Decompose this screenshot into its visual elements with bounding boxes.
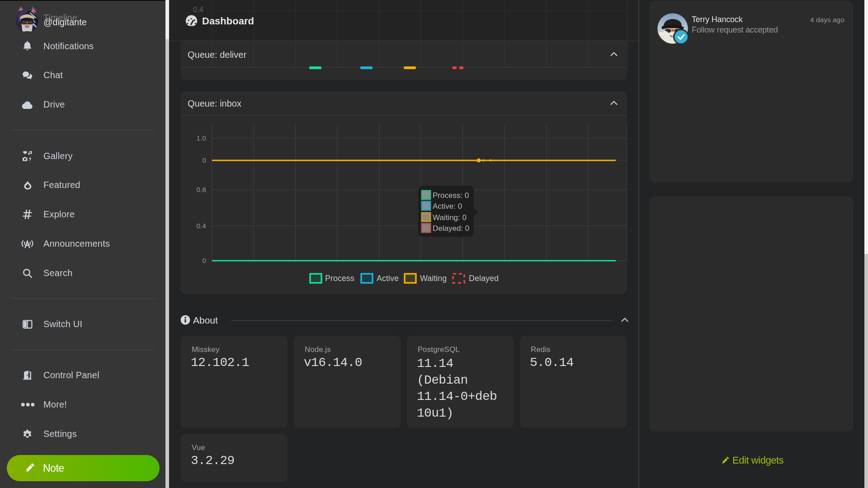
svg-text:Delayed: Delayed [469, 274, 499, 283]
svg-text:0: 0 [202, 257, 206, 264]
svg-text:Process: Process [325, 274, 354, 283]
svg-text:0.8: 0.8 [196, 186, 206, 193]
svg-text:0: 0 [202, 156, 206, 164]
svg-text:Waiting: Waiting [420, 274, 447, 283]
svg-text:Active: Active [377, 274, 399, 283]
svg-text:Waiting: 0: Waiting: 0 [433, 213, 467, 222]
svg-text:Process: 0: Process: 0 [433, 191, 469, 200]
svg-text:1.0: 1.0 [196, 134, 206, 142]
svg-text:Active: 0: Active: 0 [433, 202, 462, 211]
svg-text:Delayed: 0: Delayed: 0 [433, 224, 469, 233]
svg-text:0.4: 0.4 [196, 222, 206, 230]
